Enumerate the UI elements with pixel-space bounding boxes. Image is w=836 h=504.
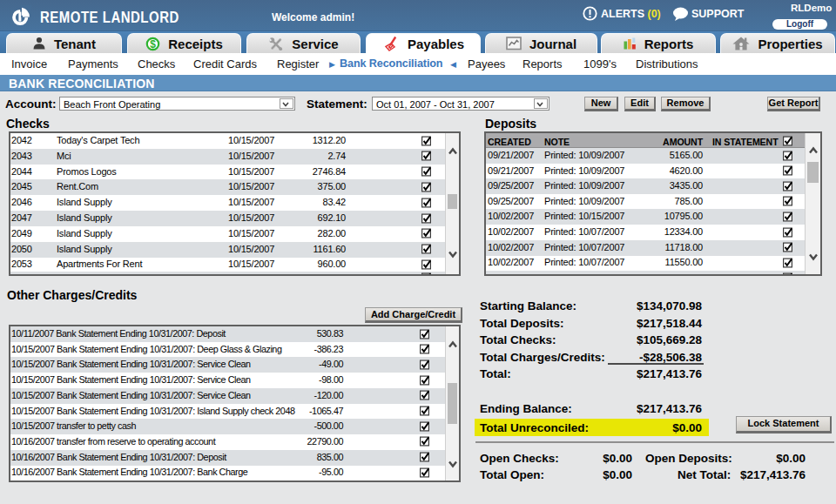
svg-text:$: $: [150, 37, 156, 50]
